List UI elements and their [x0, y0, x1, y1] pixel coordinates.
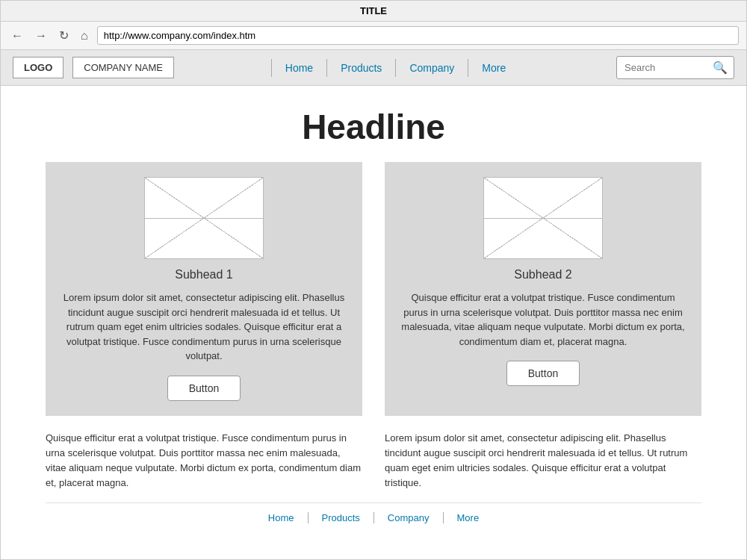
- footer-nav-products[interactable]: Products: [309, 512, 374, 523]
- company-name-box: COMPANY NAME: [72, 57, 174, 78]
- footer-nav-company[interactable]: Company: [374, 512, 444, 523]
- site-header: LOGO COMPANY NAME Home Products Company …: [1, 50, 746, 86]
- card-2-subhead: Subhead 2: [514, 268, 571, 281]
- address-bar[interactable]: [97, 26, 739, 45]
- card-1-subhead: Subhead 1: [175, 268, 232, 281]
- logo-label: LOGO: [24, 62, 52, 73]
- text-col-1: Quisque efficitur erat a volutpat tristi…: [46, 431, 362, 491]
- main-nav: Home Products Company More: [183, 59, 607, 77]
- card-2-body: Quisque efficitur erat a volutpat tristi…: [400, 290, 686, 349]
- home-button[interactable]: ⌂: [78, 28, 91, 44]
- search-box: 🔍: [616, 56, 734, 79]
- text-row: Quisque efficitur erat a volutpat tristi…: [46, 431, 701, 491]
- back-button[interactable]: ←: [8, 28, 26, 44]
- browser-title: TITLE: [360, 5, 387, 16]
- card-2: Subhead 2 Quisque efficitur erat a volut…: [385, 162, 701, 416]
- card-1-image: [144, 177, 264, 259]
- search-input[interactable]: [617, 58, 707, 77]
- search-icon-button[interactable]: 🔍: [707, 57, 734, 78]
- card-1-button[interactable]: Button: [167, 376, 241, 401]
- card-2-button[interactable]: Button: [506, 361, 580, 386]
- search-icon: 🔍: [713, 61, 728, 74]
- nav-home[interactable]: Home: [271, 59, 327, 77]
- company-name-label: COMPANY NAME: [84, 62, 163, 73]
- logo-box: LOGO: [13, 57, 63, 78]
- text-col-2: Lorem ipsum dolor sit amet, consectetur …: [385, 431, 701, 491]
- refresh-button[interactable]: ↻: [56, 27, 72, 44]
- footer-nav-more[interactable]: More: [444, 512, 493, 523]
- browser-nav-bar: ← → ↻ ⌂: [1, 22, 746, 50]
- card-1: Subhead 1 Lorem ipsum dolor sit amet, co…: [46, 162, 362, 416]
- cards-row: Subhead 1 Lorem ipsum dolor sit amet, co…: [46, 162, 701, 416]
- forward-button[interactable]: →: [32, 28, 50, 44]
- card-2-image: [483, 177, 603, 259]
- page-headline: Headline: [46, 107, 701, 147]
- footer-nav-home[interactable]: Home: [255, 512, 309, 523]
- browser-title-bar: TITLE: [1, 1, 746, 22]
- nav-more[interactable]: More: [468, 59, 519, 77]
- footer-nav: Home Products Company More: [46, 503, 701, 528]
- nav-company[interactable]: Company: [396, 59, 468, 77]
- nav-products[interactable]: Products: [327, 59, 396, 77]
- card-1-body: Lorem ipsum dolor sit amet, consectetur …: [61, 290, 347, 364]
- main-content: Headline Subhead 1 Lorem ipsum dolor sit…: [1, 86, 746, 528]
